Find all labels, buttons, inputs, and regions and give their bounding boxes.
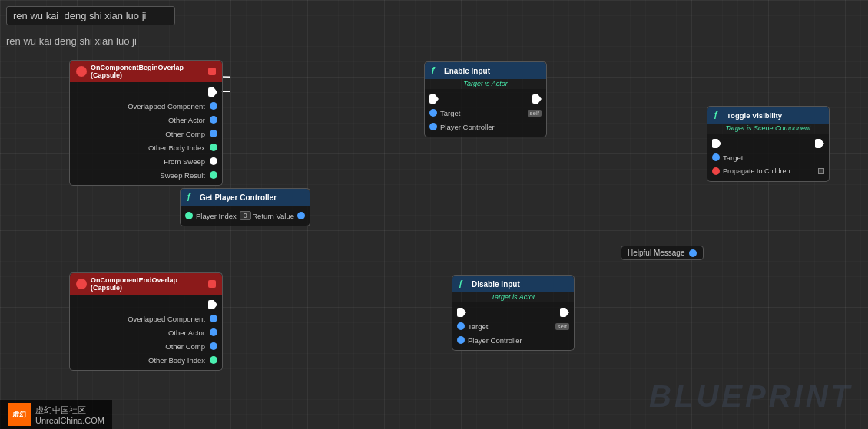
enable-input-subtitle: Target is Actor xyxy=(425,79,546,89)
pin-target: Target self xyxy=(425,106,546,120)
pin-other-actor xyxy=(210,116,217,124)
pin-from-sweep: From Sweep xyxy=(70,154,222,168)
pin-other-comp: Other Comp xyxy=(70,127,222,140)
breadcrumb: ren wu kai deng shi xian luo ji xyxy=(6,32,137,50)
exec-pin-in xyxy=(712,139,721,148)
pin-sweep-result: Sweep Result xyxy=(70,168,222,182)
pin-overlapped: Overlapped Component xyxy=(70,99,222,113)
pin-target2: Target xyxy=(707,150,829,164)
disable-exec-row xyxy=(452,305,574,319)
exec-pin-out2 xyxy=(208,300,217,309)
on-begin-overlap-node: OnComponentBeginOverlap (Capsule) Overla… xyxy=(69,60,223,186)
disable-input-node: ƒ Disable Input Target is Actor Target s… xyxy=(452,275,575,351)
pin-overlapped-comp2 xyxy=(210,315,217,322)
pin-player-ctrl xyxy=(429,123,437,130)
pin-target3: Target self xyxy=(452,319,574,333)
pin-other-body: Other Body Index xyxy=(70,140,222,154)
node-icon-red2 xyxy=(76,279,87,289)
get-pc-title: Get Player Controller xyxy=(200,193,303,202)
pin-player-ctrl: Player Controller xyxy=(425,120,546,134)
on-end-overlap-title: OnComponentEndOverlap (Capsule) xyxy=(91,276,208,292)
exec-pin-in xyxy=(429,94,439,104)
on-end-overlap-node: OnComponentEndOverlap (Capsule) Overlapp… xyxy=(69,272,223,371)
func-icon2: ƒ xyxy=(714,110,724,120)
close-btn[interactable] xyxy=(208,68,216,75)
pin-from-sweep xyxy=(210,157,217,165)
pin-player-index: Player Index 0 Return Value xyxy=(181,209,310,223)
logo-text-url: UnrealChina.COM xyxy=(35,416,104,425)
exec-pin-out3 xyxy=(560,308,569,317)
toggle-vis-title: Toggle Visibility xyxy=(727,111,823,120)
exec-out-row xyxy=(70,85,222,99)
pin-sweep-result xyxy=(210,171,217,179)
pin-player-index xyxy=(185,212,193,219)
exec-pin-out xyxy=(815,139,824,148)
pin-player-ctrl2 xyxy=(457,336,465,344)
toggle-exec-row xyxy=(707,137,829,150)
helpful-msg-label: Helpful Message xyxy=(628,249,684,257)
close-btn2[interactable] xyxy=(208,280,216,288)
pin-propagate: Propagate to Children xyxy=(707,164,829,178)
exec-pin-out xyxy=(532,94,542,104)
pin-return-value xyxy=(297,212,305,219)
pin-other-actor: Other Actor xyxy=(70,113,222,127)
footer-logo: 虚幻 虚幻中国社区 UnrealChina.COM xyxy=(0,400,112,429)
pin-overlapped2: Overlapped Component xyxy=(70,312,222,325)
get-player-controller-node: ƒ Get Player Controller Player Index 0 R… xyxy=(180,188,310,226)
toggle-visibility-node: ƒ Toggle Visibility Target is Scene Comp… xyxy=(707,106,830,182)
pin-other-body2 xyxy=(210,356,217,364)
exec-pin-in2 xyxy=(457,308,466,317)
logo-text-cn: 虚幻中国社区 xyxy=(35,404,104,416)
pin-player-ctrl2: Player Controller xyxy=(452,333,574,347)
pin-target3 xyxy=(457,322,465,330)
pin-other-comp2 xyxy=(210,342,217,350)
enable-input-node: ƒ Enable Input Target is Actor Target se… xyxy=(424,61,547,137)
func-icon3: ƒ xyxy=(187,192,197,203)
toggle-vis-subtitle: Target is Scene Component xyxy=(707,124,829,134)
pin-overlapped-comp xyxy=(210,102,217,110)
logo-box: 虚幻 xyxy=(8,403,31,426)
pin-other-body2: Other Body Index xyxy=(70,353,222,367)
pin-other-comp xyxy=(210,130,217,137)
pin-target xyxy=(429,109,437,117)
search-input[interactable] xyxy=(6,6,175,25)
pin-target2 xyxy=(712,153,720,161)
helpful-msg-pin xyxy=(689,249,697,257)
node-icon-red xyxy=(76,66,87,77)
func-icon: ƒ xyxy=(431,65,442,76)
enable-input-title: Enable Input xyxy=(444,67,540,75)
pin-other-actor2 xyxy=(210,328,217,336)
exec-out-row2 xyxy=(70,298,222,312)
pin-propagate xyxy=(712,167,720,175)
blueprint-watermark: BLUEPRINT xyxy=(649,379,853,414)
helpful-message-node: Helpful Message xyxy=(621,246,704,260)
disable-input-subtitle: Target is Actor xyxy=(452,292,574,302)
on-begin-overlap-title: OnComponentBeginOverlap (Capsule) xyxy=(91,64,208,79)
pin-other-body xyxy=(210,144,217,151)
disable-input-title: Disable Input xyxy=(472,280,568,289)
func-icon4: ƒ xyxy=(459,279,469,289)
pin-other-actor2: Other Actor xyxy=(70,325,222,339)
enable-exec-row xyxy=(425,92,546,106)
exec-pin-out xyxy=(208,87,217,97)
pin-other-comp2: Other Comp xyxy=(70,339,222,353)
